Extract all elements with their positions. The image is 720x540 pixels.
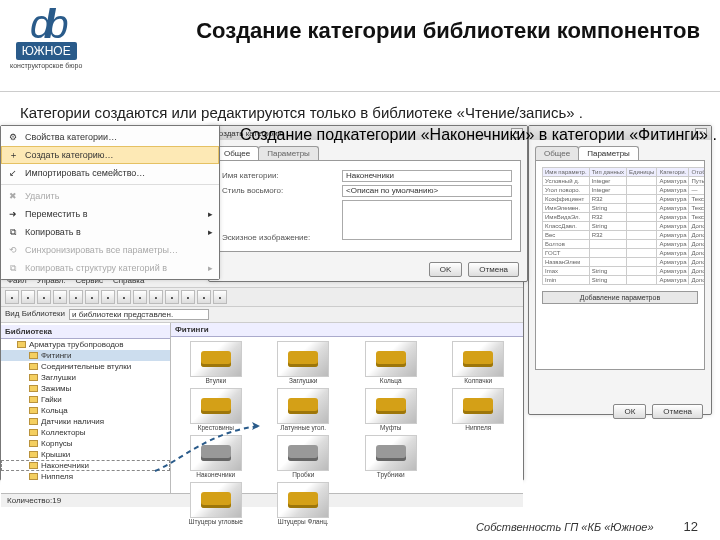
cancel-button-2[interactable]: Отмена [652, 404, 703, 419]
tree-item[interactable]: Заглушки [1, 372, 170, 383]
gallery: Фитинги ВтулкиЗаглушкиКольцаКолпачкиКрес… [171, 323, 523, 493]
name-input[interactable]: Наконечники [342, 170, 512, 182]
gallery-item[interactable]: Латунные угол. [263, 388, 345, 431]
cancel-button[interactable]: Отмена [468, 262, 519, 277]
ok-button[interactable]: OK [429, 262, 463, 277]
gallery-header: Фитинги [171, 323, 523, 337]
toolbar-button[interactable]: • [133, 290, 147, 304]
page-number: 12 [684, 519, 698, 534]
tree-item[interactable]: Корпусы [1, 438, 170, 449]
params-table: Имя параметр.Тип данныхЕдиницыКатегори.О… [542, 167, 705, 285]
toolbar-button[interactable]: • [181, 290, 195, 304]
category-tree: Библиотека Арматура трубопроводовФитинги… [1, 323, 171, 493]
toolbar-button[interactable]: • [21, 290, 35, 304]
tree-item[interactable]: Ниппеля [1, 471, 170, 482]
slide-header: db ЮЖНОЕ конструкторское бюро Создание к… [0, 0, 720, 92]
menu-item: ✖Удалить [1, 187, 219, 205]
gallery-item[interactable]: Штуцеры Фланц. [263, 482, 345, 525]
slide-title: Создание категории библиотеки компоненто… [98, 8, 700, 44]
add-params-button[interactable]: Добавление параметров [542, 291, 698, 304]
create-category-dialog: Создать категорию× ОбщееПараметры Имя ка… [208, 125, 528, 282]
tree-item[interactable]: Фитинги [1, 350, 170, 361]
params-dialog: × ОбщееПараметры Имя параметр.Тип данных… [528, 125, 712, 415]
gallery-item[interactable]: Трубники [350, 435, 432, 478]
toolbar-button[interactable]: • [101, 290, 115, 304]
toolbar-button[interactable]: • [117, 290, 131, 304]
style-label: Стиль восьмого: [222, 186, 342, 195]
name-label: Имя категории: [222, 171, 342, 180]
gallery-item[interactable]: Штуцеры угловые [175, 482, 257, 525]
tree-item[interactable]: Кольца [1, 405, 170, 416]
toolbar-button[interactable]: • [165, 290, 179, 304]
gallery-item[interactable]: Колпачки [438, 341, 520, 384]
tab-general2[interactable]: Общее [535, 146, 579, 160]
toolbar-button[interactable]: • [213, 290, 227, 304]
tab-params2[interactable]: Параметры [578, 146, 639, 160]
gallery-item[interactable]: Заглушки [263, 341, 345, 384]
menu-item[interactable]: ⚙Свойства категории… [1, 128, 219, 146]
toolbar-button[interactable]: • [85, 290, 99, 304]
tree-item[interactable]: Арматура трубопроводов [1, 339, 170, 350]
toolbar-button[interactable]: • [53, 290, 67, 304]
toolbar-button[interactable]: • [5, 290, 19, 304]
logo-sub: конструкторское бюро [10, 62, 82, 69]
menu-item[interactable]: ➜Переместить в▸ [1, 205, 219, 223]
gallery-item[interactable]: Втулки [175, 341, 257, 384]
gallery-item[interactable]: Муфты [350, 388, 432, 431]
logo-name: ЮЖНОЕ [16, 42, 77, 60]
intro-text: Категории создаются или редактируются то… [0, 92, 720, 129]
toolbar-button[interactable]: • [37, 290, 51, 304]
gallery-item[interactable]: Кольца [350, 341, 432, 384]
menu-item: ⟲Синхронизировать все параметры… [1, 241, 219, 259]
menu-item[interactable]: ⧉Копировать в▸ [1, 223, 219, 241]
ok-button-2[interactable]: ОК [613, 404, 646, 419]
gallery-item[interactable]: Пробки [263, 435, 345, 478]
tree-header: Библиотека [1, 325, 170, 339]
toolbar-button[interactable]: • [197, 290, 211, 304]
gallery-item[interactable]: Ниппеля [438, 388, 520, 431]
thumb-label: Эскизное изображение: [222, 233, 342, 242]
callout-text: Создание подкатегории «Наконечники» в ка… [240, 125, 717, 145]
context-menu: ⚙Свойства категории…＋Создать категорию…↙… [0, 125, 220, 280]
thumb-preview [342, 200, 512, 240]
tab-params[interactable]: Параметры [258, 146, 319, 160]
tree-item[interactable]: Коллекторы [1, 427, 170, 438]
gallery-item[interactable]: Наконечники [175, 435, 257, 478]
view-combo[interactable]: и библиотеки представлен. [69, 309, 209, 320]
menu-item[interactable]: ＋Создать категорию… [1, 146, 219, 164]
menu-item[interactable]: ↙Импортировать семейство… [1, 164, 219, 182]
combo-label: Вид Библиотеки [5, 309, 65, 320]
style-select[interactable]: <Описан по умолчанию> [342, 185, 512, 197]
tree-item[interactable]: Гайки [1, 394, 170, 405]
toolbar-button[interactable]: • [149, 290, 163, 304]
tree-item[interactable]: Наконечники [1, 460, 170, 471]
menu-item: ⧉Копировать структуру категорий в▸ [1, 259, 219, 277]
tree-item[interactable]: Датчики наличия [1, 416, 170, 427]
editor-toolbar: •••••••••••••• [1, 288, 523, 307]
tree-item[interactable]: Крышки [1, 449, 170, 460]
logo: db ЮЖНОЕ конструкторское бюро [10, 8, 82, 69]
tree-item[interactable]: Соединительные втулки [1, 361, 170, 372]
logo-glyph: db [30, 8, 63, 40]
toolbar-button[interactable]: • [69, 290, 83, 304]
tree-item[interactable]: Зажимы [1, 383, 170, 394]
library-editor: Редактор библиотеки компонентов…× ФайлУп… [0, 259, 524, 481]
gallery-item[interactable]: Крестовины [175, 388, 257, 431]
tab-general[interactable]: Общее [215, 146, 259, 160]
